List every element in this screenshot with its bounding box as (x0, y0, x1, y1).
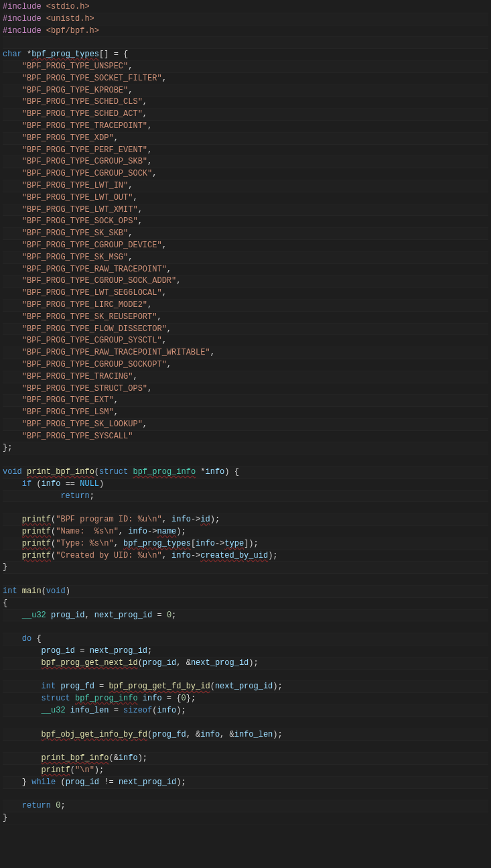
code-line: void print_bpf_info(struct bpf_prog_info… (3, 467, 488, 479)
code-line: do { (3, 633, 488, 645)
code-line: "BPF_PROG_TYPE_CGROUP_DEVICE", (3, 240, 488, 252)
code-line: "BPF_PROG_TYPE_PERF_EVENT", (3, 145, 488, 157)
code-line: "BPF_PROG_TYPE_FLOW_DISSECTOR", (3, 324, 488, 336)
code-line (3, 670, 488, 682)
code-line (3, 789, 488, 801)
code-line: "BPF_PROG_TYPE_CGROUP_SOCKOPT", (3, 359, 488, 371)
code-line: "BPF_PROG_TYPE_CGROUP_SOCK", (3, 168, 488, 180)
code-line: "BPF_PROG_TYPE_LWT_OUT", (3, 192, 488, 204)
code-line: "BPF_PROG_TYPE_LWT_IN", (3, 180, 488, 192)
code-line: #include <bpf/bpf.h> (3, 25, 488, 38)
code-line: "BPF_PROG_TYPE_CGROUP_SOCK_ADDR", (3, 275, 488, 288)
code-line (3, 454, 488, 467)
code-line: }; (3, 442, 488, 454)
code-line: printf("Type: %s\n", bpf_prog_types[info… (3, 538, 488, 550)
code-line: "BPF_PROG_TYPE_SK_REUSEPORT", (3, 312, 488, 324)
code-line (3, 574, 488, 586)
code-line: "BPF_PROG_TYPE_UNSPEC", (3, 61, 488, 73)
code-line: "BPF_PROG_TYPE_STRUCT_OPS", (3, 383, 488, 395)
code-line: if (info == NULL) (3, 479, 488, 491)
code-line: struct bpf_prog_info info = {0}; (3, 693, 488, 705)
code-line: "BPF_PROG_TYPE_SOCK_OPS", (3, 216, 488, 228)
code-line (3, 717, 488, 729)
code-line: "BPF_PROG_TYPE_SK_LOOKUP", (3, 419, 488, 431)
code-line: "BPF_PROG_TYPE_CGROUP_SKB", (3, 156, 488, 168)
code-line: "BPF_PROG_TYPE_SOCKET_FILTER", (3, 73, 488, 85)
code-line: int prog_fd = bpf_prog_get_fd_by_id(next… (3, 681, 488, 693)
code-line: print_bpf_info(&info); (3, 753, 488, 765)
code-line: "BPF_PROG_TYPE_TRACING", (3, 371, 488, 383)
code-line: return; (3, 491, 488, 503)
code-line: "BPF_PROG_TYPE_LWT_SEG6LOCAL", (3, 288, 488, 300)
code-line: bpf_prog_get_next_id(prog_id, &next_prog… (3, 658, 488, 670)
code-line: printf("Name: %s\n", info->name); (3, 526, 488, 538)
code-line: return 0; (3, 800, 488, 812)
code-line: "BPF_PROG_TYPE_XDP", (3, 133, 488, 145)
code-line: printf("\n"); (3, 765, 488, 777)
code-line: } while (prog_id != next_prog_id); (3, 777, 488, 789)
code-line: "BPF_PROG_TYPE_CGROUP_SYSCTL", (3, 335, 488, 347)
code-line: printf("Created by UID: %u\n", info->cre… (3, 550, 488, 562)
code-line: prog_id = next_prog_id; (3, 645, 488, 658)
code-line (3, 621, 488, 633)
code-line: "BPF_PROG_TYPE_TRACEPOINT", (3, 121, 488, 133)
code-line (3, 502, 488, 514)
code-line: "BPF_PROG_TYPE_SK_SKB", (3, 228, 488, 240)
code-editor: #include <stdio.h>#include <unistd.h>#in… (0, 0, 491, 826)
code-line: "BPF_PROG_TYPE_LSM", (3, 407, 488, 419)
code-line: #include <stdio.h> (3, 1, 488, 13)
code-line (3, 37, 488, 49)
code-line: "BPF_PROG_TYPE_RAW_TRACEPOINT", (3, 264, 488, 276)
code-line: "BPF_PROG_TYPE_SK_MSG", (3, 252, 488, 264)
code-line: } (3, 562, 488, 574)
code-line: "BPF_PROG_TYPE_EXT", (3, 395, 488, 407)
code-line: printf("BPF program ID: %u\n", info->id)… (3, 514, 488, 526)
code-line: "BPF_PROG_TYPE_KPROBE", (3, 85, 488, 97)
code-line: "BPF_PROG_TYPE_SYSCALL" (3, 431, 488, 443)
code-line: int main(void) (3, 586, 488, 598)
code-line: char *bpf_prog_types[] = { (3, 49, 488, 61)
code-line: #include <unistd.h> (3, 13, 488, 25)
code-line: "BPF_PROG_TYPE_LWT_XMIT", (3, 204, 488, 216)
code-line (3, 741, 488, 753)
code-line: } (3, 812, 488, 824)
code-line: "BPF_PROG_TYPE_SCHED_ACT", (3, 109, 488, 121)
code-line: { (3, 598, 488, 610)
code-line: __u32 info_len = sizeof(info); (3, 705, 488, 717)
code-line: __u32 prog_id, next_prog_id = 0; (3, 610, 488, 622)
code-line: "BPF_PROG_TYPE_SCHED_CLS", (3, 97, 488, 109)
code-line: bpf_obj_get_info_by_fd(prog_fd, &info, &… (3, 729, 488, 741)
code-line: "BPF_PROG_TYPE_RAW_TRACEPOINT_WRITABLE", (3, 347, 488, 359)
code-line: "BPF_PROG_TYPE_LIRC_MODE2", (3, 300, 488, 312)
